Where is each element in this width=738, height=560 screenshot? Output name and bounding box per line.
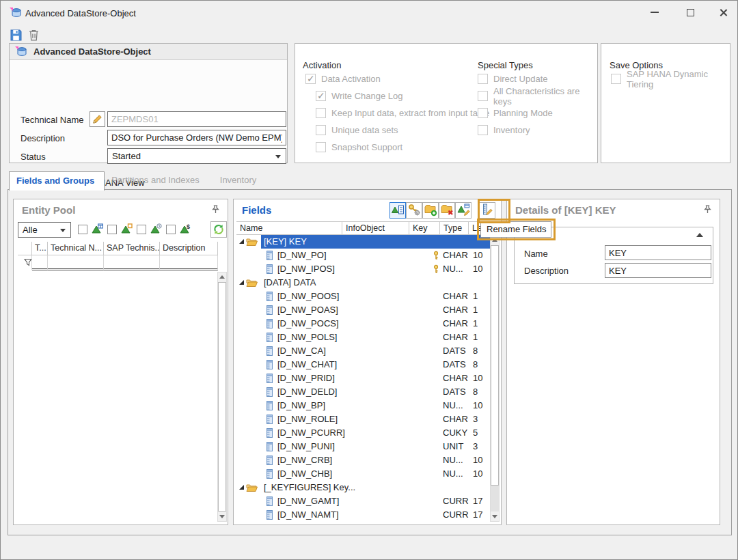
fields-column-type[interactable]: Type <box>440 222 469 235</box>
field-type: CUKY <box>443 428 467 438</box>
field-row-d-nw-bp[interactable]: [D_NW_BP]NU...10 <box>236 399 490 412</box>
add-infoobjects-button[interactable] <box>390 202 406 219</box>
field-length: 17 <box>473 496 482 506</box>
group-row-key-key[interactable]: [KEY] KEY <box>236 235 490 249</box>
field-row-d-nw-crb[interactable]: [D_NW_CRB]NU...10 <box>236 453 490 467</box>
field-row-d-nw-poas[interactable]: [D_NW_POAS]CHAR1 <box>236 303 490 317</box>
scroll-down-icon[interactable] <box>218 512 226 521</box>
edit-pencil-icon <box>92 114 102 124</box>
pin-icon[interactable] <box>704 205 711 216</box>
filter-checkbox-infoobject-unit-icon[interactable] <box>107 225 117 234</box>
fields-column-key[interactable]: Key <box>409 222 440 235</box>
field-row-d-nw-role[interactable]: [D_NW_ROLE]CHAR3 <box>236 412 490 426</box>
filter-checkbox-infoobject-time-icon[interactable] <box>137 225 146 234</box>
group-row-data-data[interactable]: [DATA] DATA <box>236 276 490 290</box>
entity-filter-cell[interactable] <box>160 255 218 270</box>
entity-filter-dropdown[interactable]: Alle <box>18 222 71 238</box>
technical-name-input[interactable] <box>107 111 286 127</box>
entity-column-description[interactable]: Description <box>160 242 218 255</box>
scrollbar-track[interactable] <box>491 486 499 512</box>
entity-column-sap-technis[interactable]: SAP Technis... <box>104 242 160 255</box>
field-row-d-nw-poos[interactable]: [D_NW_POOS]CHAR1 <box>236 290 490 303</box>
entity-column-technical-n[interactable]: Technical N... <box>48 242 104 255</box>
entity-column-icon[interactable] <box>18 242 32 255</box>
details-panel: Details of [KEY] KEY Name Description <box>506 199 720 525</box>
edit-infoobjects-button[interactable] <box>455 202 472 219</box>
field-length: 3 <box>473 441 478 451</box>
tab-inventory[interactable]: Inventory <box>213 171 270 190</box>
description-input[interactable] <box>107 130 286 145</box>
tab-fields-and-groups[interactable]: Fields and Groups <box>9 171 105 191</box>
field-row-d-nw-ca[interactable]: [D_NW_CA]DATS8 <box>236 344 490 358</box>
entity-pool-scrollbar[interactable] <box>217 272 227 522</box>
remove-group-button[interactable] <box>439 202 455 219</box>
field-length: 1 <box>473 332 478 342</box>
field-type: DATS <box>443 346 466 356</box>
field-row-d-nw-gamt[interactable]: [D_NW_GAMT]CURR17 <box>236 494 490 508</box>
field-type: CHAR <box>443 305 468 315</box>
manage-keys-button[interactable] <box>406 202 422 219</box>
entity-filter-cell[interactable] <box>32 255 48 270</box>
field-row-d-nw-pols[interactable]: [D_NW_POLS]CHAR1 <box>236 331 490 344</box>
field-type: DATS <box>443 387 466 397</box>
field-length: 17 <box>473 509 482 520</box>
twistie-icon[interactable] <box>239 485 244 490</box>
fields-scrollbar[interactable] <box>490 235 500 522</box>
field-icon <box>266 442 273 453</box>
refresh-button[interactable] <box>210 221 227 238</box>
field-row-d-nw-pcurr[interactable]: [D_NW_PCURR]CUKY5 <box>236 426 490 440</box>
collapse-icon[interactable] <box>696 233 703 237</box>
field-row-d-nw-chat[interactable]: [D_NW_CHAT]DATS8 <box>236 358 490 372</box>
fields-table-header: NameInfoObjectKeyTypeLen... <box>236 221 490 235</box>
tab-partitions-and-indexes[interactable]: Partitions and Indexes <box>105 171 213 190</box>
fields-column-infoobject[interactable]: InfoObject <box>342 222 409 235</box>
rename-fields-button[interactable] <box>479 202 495 219</box>
general-section: Advanced DataStore-Object Technical Name… <box>9 43 288 163</box>
manage-keys-icon <box>407 203 421 219</box>
status-dropdown[interactable]: Started <box>107 148 286 164</box>
entity-filter-cell[interactable] <box>104 255 160 270</box>
add-infoobjects-icon <box>391 203 405 219</box>
checkbox-box <box>478 74 488 84</box>
add-group-button[interactable] <box>422 202 439 219</box>
activation-title: Activation <box>303 60 341 70</box>
details-description-input[interactable] <box>605 263 711 278</box>
field-row-d-nw-chb[interactable]: [D_NW_CHB]NU...10 <box>236 467 490 481</box>
pin-icon[interactable] <box>212 205 219 216</box>
maximize-button[interactable] <box>679 1 702 24</box>
scroll-up-icon[interactable] <box>218 272 226 281</box>
field-label: [D_NW_BP] <box>277 400 325 410</box>
field-type: NU... <box>443 264 463 274</box>
entity-filter-cell[interactable] <box>18 255 32 270</box>
remove-group-icon <box>440 203 454 219</box>
save-button[interactable] <box>8 27 24 43</box>
field-icon <box>266 469 273 481</box>
field-row-d-nw-prid[interactable]: [D_NW_PRID]CHAR10 <box>236 372 490 385</box>
scroll-down-icon[interactable] <box>491 512 499 521</box>
details-name-input[interactable] <box>605 245 711 260</box>
twistie-icon[interactable] <box>239 280 244 285</box>
scrollbar-thumb[interactable] <box>491 245 499 486</box>
field-row-d-nw-ipos[interactable]: [D_NW_IPOS]NU...10 <box>236 262 490 276</box>
field-row-d-nw-deld[interactable]: [D_NW_DELD]DATS8 <box>236 385 490 399</box>
field-row-d-nw-namt[interactable]: [D_NW_NAMT]CURR17 <box>236 508 490 522</box>
field-row-d-nw-pocs[interactable]: [D_NW_POCS]CHAR1 <box>236 317 490 331</box>
field-row-d-nw-po[interactable]: [D_NW_PO]CHAR10 <box>236 249 490 262</box>
delete-button[interactable] <box>25 27 42 43</box>
field-length: 8 <box>473 387 478 397</box>
fields-column-name[interactable]: Name <box>236 222 342 235</box>
entity-column-t[interactable]: T... <box>32 242 48 255</box>
minimize-button[interactable] <box>643 1 666 24</box>
checkbox-label: All Characteristics are keys <box>493 86 597 107</box>
edit-technical-name-button[interactable] <box>90 111 105 127</box>
filter-checkbox-infoobject-keyfigure-icon[interactable] <box>166 225 176 234</box>
checkbox-box <box>316 142 326 152</box>
field-row-d-nw-puni[interactable]: [D_NW_PUNI]UNIT3 <box>236 440 490 453</box>
field-icon <box>266 496 273 508</box>
entity-filter-cell[interactable] <box>48 255 104 270</box>
filter-checkbox-infoobject-char-icon[interactable] <box>78 225 87 234</box>
scrollbar-thumb[interactable] <box>218 282 226 512</box>
twistie-icon[interactable] <box>239 239 244 244</box>
group-row-keyfigures-key[interactable]: [_KEYFIGURES] Key... <box>236 481 490 494</box>
close-button[interactable] <box>711 1 735 24</box>
